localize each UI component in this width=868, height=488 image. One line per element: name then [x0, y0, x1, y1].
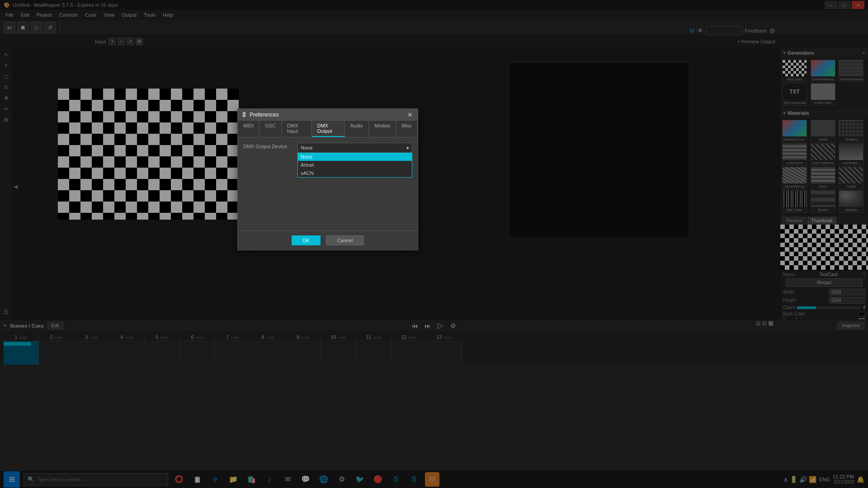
dmx-option-sacn[interactable]: sACN — [298, 169, 412, 177]
dmx-option-none[interactable]: None — [298, 153, 412, 161]
tab-audio[interactable]: Audio — [345, 121, 369, 137]
preferences-dialog: 🎛 Preferences ✕ MIDI OSC DMX Input DMX O… — [237, 108, 418, 250]
prefs-content: DMX Output Device None ▾ None Artnet sAC… — [238, 137, 418, 230]
prefs-titlebar: 🎛 Preferences ✕ — [238, 109, 418, 121]
dropdown-arrow: ▾ — [406, 145, 409, 151]
prefs-close-btn[interactable]: ✕ — [406, 111, 414, 119]
dialog-overlay: 🎛 Preferences ✕ MIDI OSC DMX Input DMX O… — [0, 0, 868, 488]
tab-misc[interactable]: Misc — [396, 121, 418, 137]
prefs-icon: 🎛 — [241, 112, 247, 118]
prefs-ok-btn[interactable]: OK — [292, 235, 321, 245]
tab-dmxoutput[interactable]: DMX Output — [312, 121, 345, 137]
prefs-cancel-btn[interactable]: Cancel — [326, 235, 364, 245]
dmx-device-dropdown[interactable]: None ▾ — [297, 143, 412, 153]
dmx-option-artnet[interactable]: Artnet — [298, 161, 412, 169]
dmx-device-label: DMX Output Device — [243, 143, 297, 149]
dmx-device-row: DMX Output Device None ▾ None Artnet sAC… — [243, 143, 412, 153]
dmx-device-dropdown-list: None Artnet sACN — [297, 153, 412, 178]
dmx-selected-value: None — [301, 145, 312, 150]
dmx-device-control: None ▾ None Artnet sACN — [297, 143, 412, 153]
tab-medias[interactable]: Medias — [369, 121, 396, 137]
prefs-tabs: MIDI OSC DMX Input DMX Output Audio Medi… — [238, 121, 418, 137]
tab-midi[interactable]: MIDI — [238, 121, 259, 137]
tab-osc[interactable]: OSC — [259, 121, 282, 137]
prefs-footer: OK Cancel — [238, 230, 418, 250]
prefs-dialog-title: 🎛 Preferences — [241, 112, 279, 118]
tab-dmxinput[interactable]: DMX Input — [282, 121, 311, 137]
